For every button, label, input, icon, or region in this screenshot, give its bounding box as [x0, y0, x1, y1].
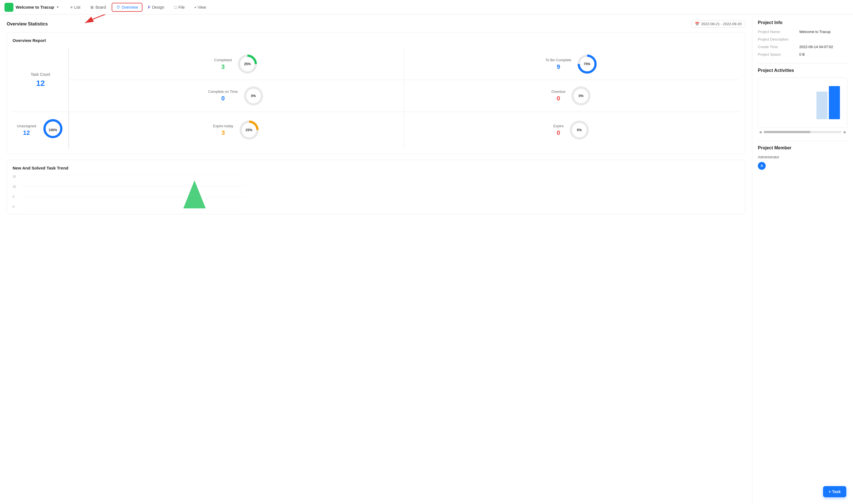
activities-chart — [758, 77, 848, 128]
stat-overdue: Overdue 0 0% — [404, 80, 739, 112]
stat-completed: Completed 3 25% — [69, 48, 404, 80]
divider-1 — [758, 63, 848, 64]
stat-completed-info: Completed 3 — [214, 58, 232, 71]
overdue-donut: 0% — [570, 85, 592, 107]
stat-tbc-info: To Be Complete 9 — [545, 58, 572, 71]
stat-overdue-info: Overdue 0 — [551, 90, 565, 102]
unassigned-donut-label: 100% — [48, 128, 57, 132]
main-layout: Overview Statistics 📅 2022-08-21 - 2022-… — [0, 15, 853, 504]
add-view-button[interactable]: + View — [190, 3, 210, 11]
activities-title: Project Activities — [758, 68, 848, 73]
date-range-value: 2022-08-21 - 2022-09-20 — [701, 22, 742, 26]
overview-icon: ⏱ — [116, 5, 120, 10]
scroll-controls: ◀ ▶ — [758, 130, 848, 134]
tab-design[interactable]: F Design — [143, 3, 169, 12]
list-icon: ≡ — [70, 5, 72, 10]
add-task-button[interactable]: + Task — [823, 486, 846, 497]
project-space-label: Project Space: — [758, 52, 797, 56]
stat-tbc-label: To Be Complete — [545, 58, 572, 62]
tab-board-label: Board — [95, 5, 106, 10]
cot-donut-label: 0% — [251, 94, 256, 98]
info-row-name: Project Name: Welcome to Tracup — [758, 30, 848, 34]
unassigned-label: Unassigned — [17, 124, 36, 128]
stat-expire-info: Expire 0 — [553, 124, 564, 137]
project-info-title: Project Info — [758, 20, 848, 25]
member-row: Administrator — [758, 155, 848, 159]
y-axis: 15 10 5 0 — [13, 175, 16, 209]
activities-svg — [761, 80, 844, 125]
overview-report-card: Overview Report Task Count 12 Completed … — [7, 32, 745, 154]
tbc-donut-label: 75% — [584, 62, 590, 66]
project-create-value: 2022-09-14 04:07:02 — [799, 45, 833, 49]
file-icon: □ — [174, 5, 177, 10]
stat-et-value: 3 — [221, 129, 225, 137]
project-create-label: Create Time: — [758, 45, 797, 49]
member-name: Administrator — [758, 155, 779, 159]
stats-right: Completed 3 25% — [69, 48, 739, 112]
member-avatar-area: A — [758, 162, 848, 170]
tab-file-label: File — [178, 5, 185, 10]
tbc-donut: 75% — [576, 53, 598, 75]
stat-cot-info: Complete on Time 0 — [208, 90, 238, 102]
trend-chart-svg — [21, 175, 245, 209]
tab-file[interactable]: □ File — [170, 3, 189, 12]
scroll-right-arrow[interactable]: ▶ — [844, 130, 846, 134]
board-icon: ⊞ — [90, 5, 94, 10]
project-info-section: Project Info Project Name: Welcome to Tr… — [758, 20, 848, 56]
stat-overdue-label: Overdue — [551, 90, 565, 94]
svg-rect-17 — [829, 86, 840, 120]
task-count-label: Task Count — [31, 72, 50, 77]
stat-overdue-value: 0 — [557, 95, 560, 102]
scroll-left-arrow[interactable]: ◀ — [759, 130, 762, 134]
add-view-label: + View — [194, 5, 206, 10]
stat-expire: Expire 0 0% — [404, 112, 739, 148]
project-title: Welcome to Tracup — [16, 5, 54, 10]
stat-expire-today: Expire today 3 25% — [69, 112, 404, 148]
tab-list[interactable]: ≡ List — [66, 3, 85, 12]
stat-to-be-complete: To Be Complete 9 75% — [404, 48, 739, 80]
horizontal-scrollbar[interactable] — [764, 131, 841, 133]
unassigned-donut: 100% — [42, 118, 64, 143]
trend-card: New And Solved Task Trend 15 10 5 0 — [7, 160, 745, 214]
unassigned-row: Unassigned 12 100% — [13, 112, 739, 148]
bottom-stats-grid: Expire today 3 25% — [69, 112, 739, 148]
project-name-label: Project Name: — [758, 30, 797, 34]
completed-donut: 25% — [236, 53, 259, 75]
add-task-label: + Task — [829, 489, 841, 494]
et-donut-label: 25% — [246, 128, 253, 132]
unassigned-cell: Unassigned 12 100% — [13, 112, 69, 148]
stat-et-label: Expire today — [213, 124, 233, 128]
member-avatar-letter: A — [761, 164, 763, 168]
members-title: Project Member — [758, 145, 848, 150]
right-sidebar: Project Info Project Name: Welcome to Tr… — [752, 15, 853, 504]
logo-area[interactable]: Welcome to Tracup ▼ — [4, 3, 59, 12]
tab-overview-label: Overview — [122, 5, 138, 10]
info-row-create: Create Time: 2022-09-14 04:07:02 — [758, 45, 848, 49]
report-card-title: Overview Report — [13, 38, 739, 43]
project-desc-label: Project Description: — [758, 37, 797, 41]
y-label-10: 10 — [13, 185, 16, 188]
info-row-space: Project Space: 0 B — [758, 52, 848, 56]
chart-content — [21, 175, 245, 209]
y-label-15: 15 — [13, 175, 16, 178]
date-range-picker[interactable]: 📅 2022-08-21 - 2022-09-20 — [691, 20, 745, 28]
overview-title: Overview Statistics — [7, 21, 48, 26]
tab-overview[interactable]: ⏱ Overview — [112, 3, 142, 12]
main-content: Overview Statistics 📅 2022-08-21 - 2022-… — [0, 15, 752, 504]
unassigned-value: 12 — [23, 129, 30, 137]
stat-completed-label: Completed — [214, 58, 232, 62]
project-space-value: 0 B — [799, 52, 805, 56]
unassigned-info: Unassigned 12 — [17, 124, 36, 137]
project-dropdown-arrow[interactable]: ▼ — [56, 5, 59, 9]
svg-rect-16 — [816, 92, 828, 120]
expire-donut-label: 0% — [577, 128, 581, 132]
stat-expire-label: Expire — [553, 124, 564, 128]
trend-chart: 15 10 5 0 — [13, 175, 739, 209]
tab-board[interactable]: ⊞ Board — [86, 3, 110, 12]
calendar-icon: 📅 — [695, 22, 699, 26]
stat-cot-label: Complete on Time — [208, 90, 238, 94]
nav-tabs: ≡ List ⊞ Board ⏱ Overview F Design □ Fil… — [66, 3, 210, 12]
stat-tbc-value: 9 — [557, 63, 560, 71]
project-name-value: Welcome to Tracup — [799, 30, 831, 34]
activities-section: Project Activities ◀ ▶ — [758, 68, 848, 134]
